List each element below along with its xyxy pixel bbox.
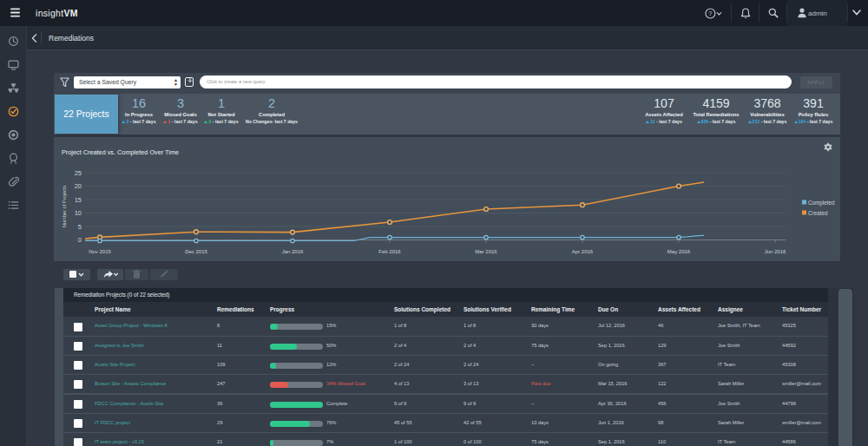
- svg-text:Apr 2016: Apr 2016: [572, 249, 594, 254]
- svg-text:20: 20: [75, 182, 82, 190]
- svg-text:25: 25: [75, 169, 82, 177]
- svg-text:0: 0: [78, 236, 82, 244]
- svg-text:Dec 2015: Dec 2015: [185, 249, 207, 254]
- svg-text:Number of Projects: Number of Projects: [62, 186, 67, 228]
- svg-text:Completed: Completed: [808, 200, 835, 207]
- svg-text:?: ?: [708, 10, 712, 17]
- svg-text:Feb 2016: Feb 2016: [378, 249, 401, 254]
- svg-text:May 2016: May 2016: [667, 249, 691, 254]
- svg-text:Jan 2016: Jan 2016: [282, 249, 304, 254]
- svg-text:5: 5: [78, 223, 82, 231]
- svg-text:Nov 2015: Nov 2015: [89, 249, 111, 254]
- svg-text:Project Created vs. Completed: Project Created vs. Completed Over Time: [62, 148, 179, 156]
- svg-text:Jun 2016: Jun 2016: [765, 249, 786, 254]
- svg-text:Mar 2016: Mar 2016: [475, 249, 497, 254]
- svg-text:Created: Created: [808, 210, 828, 216]
- svg-text:10: 10: [75, 209, 82, 217]
- svg-text:15: 15: [75, 196, 82, 204]
